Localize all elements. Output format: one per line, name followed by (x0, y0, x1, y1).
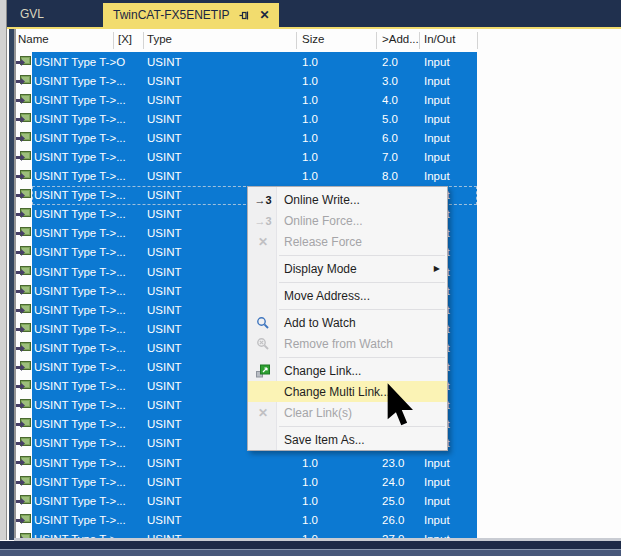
cell-address: 2.0 (376, 56, 419, 68)
cell-name: USINT Type T->... (32, 399, 113, 411)
tab-bar: GVL TwinCAT-FX5ENETIP ✕ (7, 0, 621, 27)
online-write-icon: →3 (254, 194, 271, 206)
cell-name: USINT Type T->... (32, 189, 113, 201)
close-icon[interactable]: ✕ (259, 9, 269, 21)
change-link-icon (256, 364, 270, 378)
col-header-size[interactable]: Size (302, 33, 324, 45)
menu-item-icon (253, 316, 273, 330)
cell-address: 24.0 (376, 476, 419, 488)
cell-inout: Input (419, 457, 477, 469)
variable-icon (16, 476, 31, 488)
table-row[interactable]: USINT Type T->... USINT 1.0 6.0 Input (16, 128, 478, 147)
cell-name: USINT Type T->... (32, 151, 113, 163)
row-icon-cell (16, 491, 33, 510)
cell-type: USINT (143, 151, 296, 163)
twincat-window: GVL TwinCAT-FX5ENETIP ✕ Name [X] Type Si… (0, 0, 621, 556)
release-force-icon: ✕ (258, 235, 268, 249)
cell-size: 1.0 (296, 56, 376, 68)
menu-item: Remove from Watch (248, 333, 447, 354)
row-cells: USINT Type T->O USINT 1.0 2.0 Input (32, 52, 477, 71)
cell-size: 1.0 (296, 113, 376, 125)
row-icon-cell (16, 224, 33, 243)
table-row[interactable]: USINT Type T->... USINT 1.0 7.0 Input (16, 147, 478, 166)
menu-item[interactable]: Move Address... (248, 285, 447, 306)
cell-name: USINT Type T->... (32, 170, 113, 182)
table-row[interactable]: USINT Type T->... USINT 1.0 23.0 Input (16, 453, 478, 472)
cell-size: 1.0 (296, 132, 376, 144)
menu-item[interactable]: Change Multi Link... (248, 381, 447, 402)
menu-item-label: Change Link... (284, 364, 361, 378)
row-cells: USINT Type T->... USINT 1.0 27.0 Input (32, 529, 477, 538)
table-row[interactable]: USINT Type T->... USINT 1.0 24.0 Input (16, 472, 478, 491)
table-row[interactable]: USINT Type T->O USINT 1.0 2.0 Input (16, 52, 478, 71)
table-row[interactable]: USINT Type T->... USINT 1.0 26.0 Input (16, 510, 478, 529)
cell-address: 8.0 (376, 170, 419, 182)
variable-icon (16, 246, 31, 258)
cell-name: USINT Type T->... (32, 75, 113, 87)
row-icon-cell (16, 186, 33, 205)
table-row[interactable]: USINT Type T->... USINT 1.0 8.0 Input (16, 167, 478, 186)
row-cells: USINT Type T->... USINT 1.0 23.0 Input (32, 453, 477, 472)
cell-name: USINT Type T->... (32, 304, 113, 316)
menu-item[interactable]: →3 Online Write... (248, 189, 447, 210)
menu-item-label: Online Write... (284, 193, 360, 207)
menu-item: →3 Online Force... (248, 210, 447, 231)
table-row[interactable]: USINT Type T->... USINT 1.0 27.0 Input (16, 529, 478, 538)
col-header-x[interactable]: [X] (118, 33, 132, 45)
cell-size: 1.0 (296, 170, 376, 182)
table-row[interactable]: USINT Type T->... USINT 1.0 4.0 Input (16, 90, 478, 109)
row-cells: USINT Type T->... USINT 1.0 3.0 Input (32, 71, 477, 90)
cell-name: USINT Type T->... (32, 495, 113, 507)
col-header-address[interactable]: >Add... (382, 33, 419, 45)
table-row[interactable]: USINT Type T->... USINT 1.0 5.0 Input (16, 109, 478, 128)
table-row[interactable]: USINT Type T->... USINT 1.0 3.0 Input (16, 71, 478, 90)
cell-name: USINT Type T->... (32, 437, 113, 449)
menu-item: ✕ Clear Link(s) (248, 402, 447, 423)
cell-inout: Input (419, 75, 477, 87)
cell-name: USINT Type T->... (32, 227, 113, 239)
menu-item[interactable]: Display Mode ▶ (248, 258, 447, 279)
cell-size: 1.0 (296, 457, 376, 469)
cell-name: USINT Type T->... (32, 514, 113, 526)
menu-item[interactable]: Save Item As... (248, 429, 447, 450)
variable-icon (16, 227, 31, 239)
row-icon-cell (16, 319, 33, 338)
bottom-splitter-bar[interactable] (0, 549, 621, 556)
variable-icon (16, 94, 31, 106)
menu-item[interactable]: Change Link... (248, 360, 447, 381)
variable-icon (16, 266, 31, 278)
tab-twincat-fx5enetip[interactable]: TwinCAT-FX5ENETIP ✕ (103, 3, 279, 27)
row-icon-cell (16, 472, 33, 491)
cell-size: 1.0 (296, 476, 376, 488)
row-cells: USINT Type T->... USINT 1.0 7.0 Input (32, 147, 477, 166)
row-icon-cell (16, 281, 33, 300)
menu-item-label: Remove from Watch (284, 337, 393, 351)
row-icon-cell (16, 300, 33, 319)
cell-name: USINT Type T->... (32, 94, 113, 106)
menu-item-icon (253, 364, 273, 378)
cell-name: USINT Type T->... (32, 208, 113, 220)
cell-inout: Input (419, 514, 477, 526)
tab-gvl[interactable]: GVL (7, 7, 62, 27)
cell-type: USINT (143, 495, 296, 507)
row-icon-cell (16, 109, 33, 128)
cell-size: 1.0 (296, 514, 376, 526)
row-cells: USINT Type T->... USINT 1.0 8.0 Input (32, 167, 477, 186)
col-header-name[interactable]: Name (18, 33, 49, 45)
table-row[interactable]: USINT Type T->... USINT 1.0 25.0 Input (16, 491, 478, 510)
variable-icon (16, 361, 31, 373)
cell-inout: Input (419, 56, 477, 68)
cell-address: 5.0 (376, 113, 419, 125)
pin-icon[interactable] (239, 10, 250, 21)
col-header-inout[interactable]: In/Out (424, 33, 455, 45)
menu-item-icon: →3 (253, 194, 273, 206)
row-icon-cell (16, 358, 33, 377)
context-menu: →3 Online Write... →3 Online Force... ✕ … (247, 186, 448, 451)
menu-item[interactable]: Add to Watch (248, 312, 447, 333)
variable-icon (16, 495, 31, 507)
cell-name: USINT Type T->... (32, 361, 113, 373)
cell-inout: Input (419, 151, 477, 163)
menu-item-label: Release Force (284, 235, 362, 249)
col-header-type[interactable]: Type (147, 33, 172, 45)
cell-name: USINT Type T->... (32, 457, 113, 469)
